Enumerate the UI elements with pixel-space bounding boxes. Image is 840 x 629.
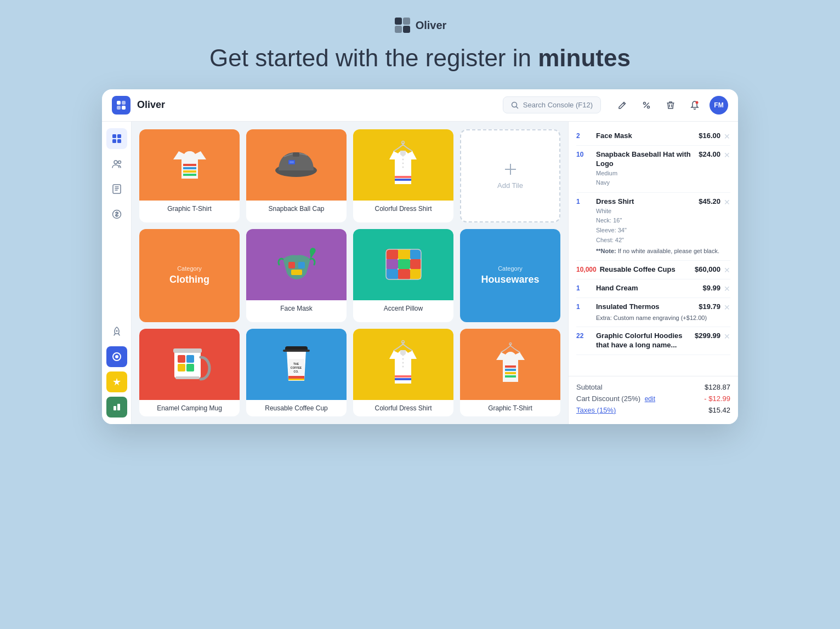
product-card-face-mask[interactable]: Face Mask	[246, 229, 347, 322]
sidebar-app2-item[interactable]	[106, 371, 127, 392]
cart-item-name-face-mask: Face Mask	[596, 131, 695, 141]
cart-discount-edit-link[interactable]: edit	[645, 395, 655, 403]
sidebar-rocket-item[interactable]	[106, 321, 127, 342]
edit-icon-button[interactable]	[613, 96, 632, 115]
category-clothing-tag: Category	[177, 265, 202, 272]
product-card-dress-shirt[interactable]: Colorful Dress Shirt	[353, 129, 453, 222]
add-tile-card[interactable]: Add Tile	[460, 129, 560, 222]
cart-footer-discount-row: Cart Discount (25%) edit - $12.99	[576, 394, 730, 403]
svg-rect-60	[186, 364, 194, 371]
search-bar[interactable]: Search Console (F12)	[503, 96, 601, 113]
svg-rect-80	[505, 375, 516, 378]
product-card-enamel-mug[interactable]: Enamel Camping Mug	[139, 329, 240, 416]
taxes-link[interactable]: Taxes (15%)	[576, 406, 616, 414]
cart-item-note-thermos: Extra: Custom name engraving (+$12.00)	[596, 314, 730, 322]
cart-item-dress-shirt: 1 Dress Shirt $45.20 ✕ WhiteNeck: 16"Sle…	[576, 193, 730, 261]
svg-point-72	[402, 362, 404, 363]
svg-point-36	[402, 166, 404, 168]
cart-item-price-hoodies: $299.99	[695, 331, 720, 340]
cart-item-name-hand-cream: Hand Cream	[596, 284, 699, 293]
svg-rect-38	[395, 179, 411, 181]
app-window: Oliver Search Console (F12)	[102, 89, 738, 424]
category-clothing-name: Clothing	[169, 274, 209, 285]
sidebar-item-orders[interactable]	[106, 179, 127, 199]
cart-item-remove-thermos[interactable]: ✕	[724, 302, 730, 312]
headline-part1: Get started with the register in	[209, 44, 538, 71]
svg-rect-3	[403, 26, 410, 33]
product-card-graphic-tshirt2[interactable]: Graphic T-Shirt	[460, 329, 560, 416]
cart-item-remove-hand-cream[interactable]: ✕	[724, 284, 730, 293]
cart-item-name-thermos: Insulated Thermos	[596, 302, 695, 312]
svg-rect-69	[288, 379, 304, 380]
cart-item-remove-coffee-cups[interactable]: ✕	[724, 265, 730, 275]
svg-rect-52	[398, 269, 410, 279]
cart-item-remove-hoodies[interactable]: ✕	[724, 331, 730, 341]
svg-rect-51	[386, 269, 398, 279]
logo-area: Oliver	[394, 16, 447, 34]
category-card-housewares[interactable]: Category Housewares	[460, 229, 560, 322]
product-card-graphic-tshirt[interactable]: Graphic T-Shirt	[139, 129, 240, 222]
user-avatar[interactable]: FM	[710, 96, 728, 115]
cart-footer: Subtotal $128.87 Cart Discount (25%) edi…	[569, 376, 738, 424]
cart-item-remove-dress-shirt[interactable]: ✕	[724, 197, 730, 207]
cart-footer-subtotal-row: Subtotal $128.87	[576, 383, 730, 391]
add-tile-label: Add Tile	[497, 181, 523, 190]
cart-item-note-dress-shirt: **Note: If no white available, please ge…	[596, 247, 730, 255]
product-card-snapback-cap[interactable]: Snapback Ball Cap	[246, 129, 347, 222]
svg-rect-58	[186, 355, 194, 363]
svg-point-17	[118, 161, 121, 163]
sidebar-item-payments[interactable]	[106, 204, 127, 225]
category-housewares-tag: Category	[498, 265, 523, 272]
svg-point-9	[644, 102, 646, 104]
cart-item-name-coffee-cups: Reusable Coffee Cups	[600, 265, 691, 275]
product-card-accent-pillow[interactable]: Accent Pillow	[353, 229, 453, 322]
product-label-graphic-tshirt2: Graphic T-Shirt	[460, 400, 560, 416]
cart-item-remove-snapback[interactable]: ✕	[724, 150, 730, 159]
app-logo-button[interactable]	[112, 96, 130, 115]
product-card-dress-shirt2[interactable]: Colorful Dress Shirt	[353, 329, 453, 416]
cart-item-qty-thermos: 1	[576, 302, 593, 311]
notification-icon-button[interactable]	[685, 96, 704, 115]
sidebar-app1-item[interactable]	[106, 346, 127, 367]
category-card-clothing[interactable]: Category Clothing	[139, 229, 240, 322]
sidebar-bottom	[106, 321, 127, 418]
svg-rect-7	[122, 106, 126, 110]
product-label-accent-pillow: Accent Pillow	[353, 300, 453, 317]
headline: Get started with the register in minutes	[209, 44, 631, 73]
product-card-coffee-cup[interactable]: THE COFFEE CO. Reusable Coffee Cup	[246, 329, 347, 416]
product-image-accent-pillow	[353, 229, 453, 300]
sidebar-item-customers[interactable]	[106, 153, 127, 174]
cart-item-hand-cream: 1 Hand Cream $9.99 ✕	[576, 279, 730, 298]
svg-rect-13	[117, 134, 121, 138]
svg-rect-61	[175, 376, 200, 379]
cart-item-remove-face-mask[interactable]: ✕	[724, 131, 730, 141]
search-icon	[511, 101, 519, 109]
product-image-graphic-tshirt2	[460, 329, 560, 400]
svg-rect-30	[293, 152, 299, 157]
svg-rect-14	[112, 139, 116, 143]
svg-rect-28	[183, 174, 196, 176]
svg-point-16	[114, 161, 117, 164]
cart-footer-discount-value: - $12.99	[704, 394, 730, 403]
cart-footer-taxes-value: $15.42	[708, 406, 730, 414]
product-label-coffee-cup: Reusable Coffee Cup	[246, 400, 347, 416]
product-label-dress-shirt2: Colorful Dress Shirt	[353, 400, 453, 416]
cart-footer-taxes-row: Taxes (15%) $15.42	[576, 406, 730, 414]
product-image-face-mask	[246, 229, 347, 300]
product-image-dress-shirt	[353, 129, 453, 201]
svg-rect-15	[117, 139, 121, 143]
cart-item-hoodies: 22 Graphic Colorful Hoodies that have a …	[576, 327, 730, 355]
product-label-graphic-tshirt: Graphic T-Shirt	[139, 201, 240, 217]
product-image-graphic-tshirt	[139, 129, 240, 201]
app-name: Oliver	[137, 99, 496, 111]
percentage-icon-button[interactable]	[637, 96, 656, 115]
svg-rect-23	[113, 406, 116, 410]
trash-icon-button[interactable]	[661, 96, 680, 115]
svg-rect-25	[183, 164, 196, 166]
svg-rect-6	[117, 106, 121, 110]
sidebar-item-grid[interactable]	[106, 128, 127, 149]
svg-rect-74	[395, 375, 411, 378]
sidebar-app3-item[interactable]	[106, 397, 127, 418]
svg-rect-68	[288, 376, 304, 379]
cart-footer-subtotal-label: Subtotal	[576, 383, 603, 391]
